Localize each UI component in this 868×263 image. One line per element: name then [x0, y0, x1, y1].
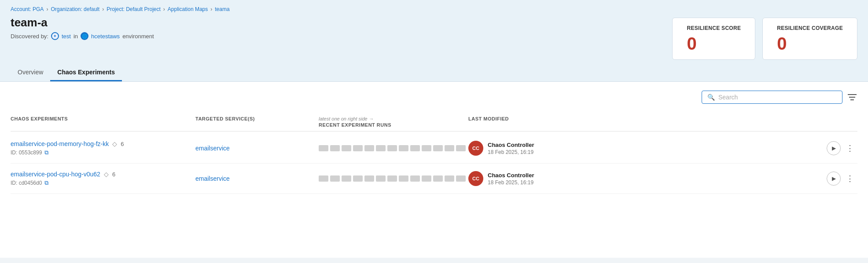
breadcrumb-org[interactable]: Organization: default [51, 6, 99, 12]
top-header: Account: PGA › Organization: default › P… [0, 0, 868, 82]
service-link-1[interactable]: emailservice [195, 145, 230, 152]
search-icon: 🔍 [707, 94, 715, 101]
experiment-name-1: emailservice-pod-memory-hog-fz-kk ◇ 6 ID… [11, 140, 195, 156]
toolbar: 🔍 [11, 91, 857, 104]
run-bar [456, 145, 466, 151]
resilience-coverage-card: RESILIENCE COVERAGE 0 [762, 18, 857, 60]
more-menu-1[interactable]: ⋮ [844, 143, 856, 153]
avatar-2: CC [468, 171, 483, 186]
run-bar [422, 175, 431, 182]
discovered-suffix: environment [122, 33, 154, 40]
run-bar [376, 145, 386, 151]
experiment-id-1: ID: 0553c899 [11, 150, 42, 156]
modified-info-1: Chaos Controller 18 Feb 2025, 16:19 [488, 142, 534, 155]
tabs-bar: Overview Chaos Experiments [11, 64, 857, 81]
breadcrumb-project[interactable]: Project: Default Project [107, 6, 161, 12]
resilience-score-label: RESILIENCE SCORE [687, 25, 741, 31]
table-row: emailservice-pod-cpu-hog-v0u62 ◇ 6 ID: c… [11, 164, 857, 194]
col-header-runs: latest one on right side → RECENT EXPERI… [319, 116, 468, 128]
run-bar [445, 175, 454, 182]
experiment-link-2[interactable]: emailservice-pod-cpu-hog-v0u62 [11, 171, 100, 178]
copy-icon-1[interactable]: ⧉ [44, 149, 48, 156]
col-header-services: TARGETED SERVICE(S) [195, 116, 319, 128]
resilience-score-card: RESILIENCE SCORE 0 [672, 18, 755, 60]
run-bar [353, 175, 363, 182]
run-bar [422, 145, 431, 151]
run-bar [330, 145, 340, 151]
avatar-1: CC [468, 141, 483, 156]
run-bar [399, 175, 408, 182]
modifier-date-2: 18 Feb 2025, 16:19 [488, 179, 534, 186]
last-modified-1: CC Chaos Controller 18 Feb 2025, 16:19 [468, 141, 534, 156]
run-bar [364, 175, 374, 182]
header-left: team-a Discovered by: ✦ test in 🌐 hcetes… [11, 16, 154, 40]
breadcrumb-account[interactable]: Account: PGA [11, 6, 44, 12]
run-bar [353, 145, 363, 151]
tag-count-2: 6 [112, 171, 115, 178]
score-cards: RESILIENCE SCORE 0 RESILIENCE COVERAGE 0 [672, 18, 857, 60]
run-bar [445, 145, 454, 151]
run-bar [399, 145, 408, 151]
modifier-date-1: 18 Feb 2025, 16:19 [488, 149, 534, 155]
run-bars-1 [319, 145, 468, 151]
run-bar [387, 145, 397, 151]
last-modified-2: CC Chaos Controller 18 Feb 2025, 16:19 [468, 171, 534, 186]
discovered-user[interactable]: test [62, 33, 71, 40]
run-bar [456, 175, 466, 182]
row-actions-1: ▶ ⋮ [827, 141, 857, 155]
tag-count-1: 6 [121, 141, 124, 147]
discovered-prefix: Discovered by: [11, 33, 48, 40]
row-actions-2: ▶ ⋮ [827, 172, 857, 186]
run-bar [330, 175, 340, 182]
run-bars-2 [319, 175, 468, 182]
test-icon: ✦ [51, 32, 59, 40]
experiment-link-1[interactable]: emailservice-pod-memory-hog-fz-kk [11, 140, 109, 147]
experiment-name-2: emailservice-pod-cpu-hog-v0u62 ◇ 6 ID: c… [11, 171, 195, 186]
run-bar [319, 175, 328, 182]
service-cell-2: emailservice [195, 175, 319, 182]
play-button-1[interactable]: ▶ [827, 141, 841, 155]
resilience-coverage-value: 0 [777, 35, 843, 52]
table-row: emailservice-pod-memory-hog-fz-kk ◇ 6 ID… [11, 133, 857, 164]
modifier-name-1: Chaos Controller [488, 142, 534, 148]
col-header-modified: LAST MODIFIED [468, 116, 857, 128]
modifier-name-2: Chaos Controller [488, 172, 534, 179]
tab-chaos-experiments[interactable]: Chaos Experiments [50, 64, 122, 81]
run-bar [433, 145, 443, 151]
run-bar [342, 145, 351, 151]
run-bar [342, 175, 351, 182]
tag-icon-2: ◇ [104, 171, 109, 178]
resilience-score-value: 0 [687, 35, 741, 52]
service-cell-1: emailservice [195, 145, 319, 152]
header-row: team-a Discovered by: ✦ test in 🌐 hcetes… [11, 16, 857, 60]
col-header-experiments: CHAOS EXPERIMENTS [11, 116, 195, 128]
discovered-in: in [74, 33, 78, 40]
play-button-2[interactable]: ▶ [827, 172, 841, 186]
discovered-env[interactable]: hcetestaws [91, 33, 120, 40]
tab-overview[interactable]: Overview [11, 64, 50, 81]
filter-icon[interactable] [847, 92, 857, 102]
resilience-coverage-label: RESILIENCE COVERAGE [777, 25, 843, 31]
search-input[interactable] [718, 94, 837, 101]
page-title: team-a [11, 16, 154, 29]
run-bar [433, 175, 443, 182]
breadcrumb-team[interactable]: teama [215, 6, 229, 12]
experiment-id-2: ID: cd0456d0 [11, 180, 42, 186]
copy-icon-2[interactable]: ⧉ [44, 179, 48, 186]
content-area: 🔍 CHAOS EXPERIMENTS TARGETED SERVICE(S) … [0, 82, 868, 258]
service-link-2[interactable]: emailservice [195, 175, 230, 182]
breadcrumb-appmaps[interactable]: Application Maps [168, 6, 208, 12]
search-box[interactable]: 🔍 [702, 91, 842, 104]
env-icon: 🌐 [81, 32, 88, 40]
run-bar [319, 145, 328, 151]
more-menu-2[interactable]: ⋮ [844, 174, 856, 183]
run-bar [410, 145, 420, 151]
modified-info-2: Chaos Controller 18 Feb 2025, 16:19 [488, 172, 534, 186]
discovered-by: Discovered by: ✦ test in 🌐 hcetestaws en… [11, 32, 154, 40]
run-bar [410, 175, 420, 182]
last-col-2: CC Chaos Controller 18 Feb 2025, 16:19 ▶… [468, 171, 857, 186]
last-col-1: CC Chaos Controller 18 Feb 2025, 16:19 ▶… [468, 141, 857, 156]
runs-hint: latest one on right side → [319, 116, 468, 121]
run-bar [376, 175, 386, 182]
breadcrumb: Account: PGA › Organization: default › P… [11, 6, 857, 12]
